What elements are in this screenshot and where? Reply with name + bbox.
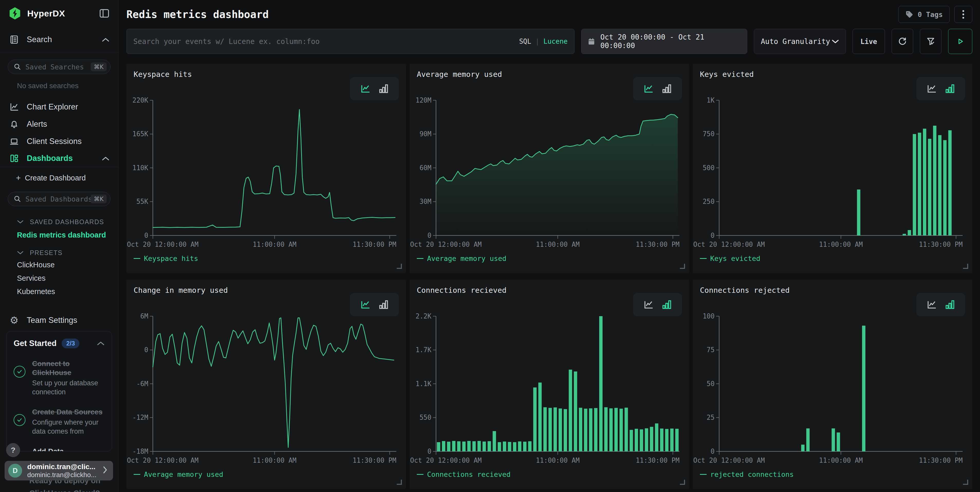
bar-chart-toggle-icon[interactable] bbox=[378, 299, 389, 310]
saved-dashboards-input[interactable] bbox=[25, 195, 91, 203]
chart-panel-keyspace-hits: Keyspace hits 220K165K110K55K0Oct 20 12:… bbox=[126, 64, 406, 273]
play-icon bbox=[956, 38, 964, 45]
resize-handle-icon[interactable] bbox=[680, 264, 685, 269]
sql-mode-toggle[interactable]: SQL bbox=[519, 38, 531, 45]
bell-icon bbox=[9, 119, 19, 129]
sidebar-item-clickhouse[interactable]: ClickHouse bbox=[0, 258, 118, 271]
bar-chart-toggle-icon[interactable] bbox=[945, 299, 955, 310]
svg-text:11:30:00 PM: 11:30:00 PM bbox=[919, 457, 963, 464]
svg-text:1.1K: 1.1K bbox=[415, 380, 431, 388]
chevron-up-icon[interactable] bbox=[102, 35, 110, 44]
sidebar-item-search[interactable]: Search bbox=[0, 27, 118, 53]
saved-dashboards-section-header[interactable]: SAVED DASHBOARDS bbox=[17, 217, 118, 227]
saved-searches-input[interactable] bbox=[25, 63, 91, 71]
sidebar-item-client-sessions[interactable]: Client Sessions bbox=[0, 133, 118, 150]
chevron-up-icon[interactable] bbox=[97, 339, 105, 347]
chart-legend[interactable]: Keyspace hits bbox=[134, 255, 198, 263]
svg-text:11:00:00 AM: 11:00:00 AM bbox=[819, 457, 863, 464]
sidebar-item-services[interactable]: Services bbox=[0, 271, 118, 285]
sidebar-item-team-settings[interactable]: ⚙ Team Settings bbox=[0, 311, 118, 330]
chart-canvas[interactable]: 2.2K1.7K1.1K5500Oct 20 12:00:00 AM11:00:… bbox=[410, 310, 689, 470]
line-chart-toggle-icon[interactable] bbox=[926, 299, 938, 310]
chart-type-toggle bbox=[633, 77, 682, 100]
svg-text:11:00:00 AM: 11:00:00 AM bbox=[536, 240, 580, 248]
svg-text:30M: 30M bbox=[420, 197, 431, 205]
svg-text:11:00:00 AM: 11:00:00 AM bbox=[819, 240, 863, 248]
run-query-button[interactable] bbox=[948, 29, 972, 54]
refresh-button[interactable] bbox=[892, 29, 913, 54]
user-email: dominic.tran@clickho... bbox=[27, 471, 102, 479]
date-range-picker[interactable]: Oct 20 00:00:00 - Oct 21 00:00:00 bbox=[581, 29, 747, 54]
filter-button[interactable] bbox=[920, 29, 942, 54]
get-started-step-connect[interactable]: Connect to ClickHouse Set up your databa… bbox=[14, 359, 105, 396]
event-search-box[interactable]: SQL | Lucene bbox=[126, 29, 574, 54]
svg-text:Oct 20 12:00:00 AM: Oct 20 12:00:00 AM bbox=[127, 240, 199, 248]
svg-text:550: 550 bbox=[420, 414, 431, 421]
chart-title: Change in memory used bbox=[134, 286, 228, 295]
tags-label: 0 Tags bbox=[918, 11, 943, 19]
chart-legend[interactable]: Average memory used bbox=[417, 255, 506, 263]
chart-legend[interactable]: Connections recieved bbox=[417, 470, 511, 478]
chart-legend[interactable]: rejected connections bbox=[700, 470, 794, 478]
laptop-icon bbox=[9, 136, 19, 147]
dashboard-menu-button[interactable] bbox=[954, 6, 972, 23]
bar-chart-toggle-icon[interactable] bbox=[945, 84, 955, 94]
chart-panel-connections-received: Connections recieved 2.2K1.7K1.1K5500Oct… bbox=[410, 280, 689, 489]
line-chart-toggle-icon[interactable] bbox=[926, 84, 938, 94]
chart-canvas[interactable]: 220K165K110K55K0Oct 20 12:00:00 AM11:00:… bbox=[126, 95, 406, 254]
sidebar-item-redis-dashboard[interactable]: Redis metrics dashboard bbox=[0, 227, 118, 243]
resize-handle-icon[interactable] bbox=[397, 480, 402, 485]
no-saved-searches-note: No saved searches bbox=[17, 82, 118, 90]
line-chart-toggle-icon[interactable] bbox=[643, 84, 655, 94]
help-button[interactable]: ? bbox=[6, 443, 20, 457]
resize-handle-icon[interactable] bbox=[963, 264, 968, 269]
get-started-step-datasources[interactable]: Create Data Sources Configure where your… bbox=[14, 408, 105, 436]
chart-canvas[interactable]: 120M90M60M30M0Oct 20 12:00:00 AM11:00:00… bbox=[410, 95, 689, 254]
tags-button[interactable]: 0 Tags bbox=[898, 6, 950, 23]
sidebar-item-chart-explorer[interactable]: Chart Explorer bbox=[0, 98, 118, 115]
live-button[interactable]: Live bbox=[853, 29, 885, 54]
create-dashboard-button[interactable]: + Create Dashboard bbox=[0, 170, 118, 186]
sidebar-collapse-icon[interactable] bbox=[99, 8, 110, 19]
chevron-up-icon[interactable] bbox=[102, 154, 110, 163]
line-chart-toggle-icon[interactable] bbox=[643, 299, 655, 310]
line-chart-toggle-icon[interactable] bbox=[360, 299, 372, 310]
saved-dashboards-search[interactable]: ⌘K bbox=[8, 192, 110, 206]
svg-text:6M: 6M bbox=[140, 312, 148, 320]
chart-legend[interactable]: Average memory used bbox=[134, 470, 223, 478]
chart-legend[interactable]: Keys evicted bbox=[700, 255, 760, 263]
svg-text:Oct 20 12:00:00 AM: Oct 20 12:00:00 AM bbox=[693, 457, 765, 464]
resize-handle-icon[interactable] bbox=[680, 480, 685, 485]
saved-searches-search[interactable]: ⌘K bbox=[8, 60, 110, 74]
chart-title: Connections recieved bbox=[417, 286, 506, 295]
presets-section-header[interactable]: PRESETS bbox=[17, 247, 118, 258]
chart-canvas[interactable]: 1007550250Oct 20 12:00:00 AM11:00:00 AM1… bbox=[693, 310, 972, 470]
chart-canvas[interactable]: 1K7505002500Oct 20 12:00:00 AM11:00:00 A… bbox=[693, 95, 972, 254]
event-search-input[interactable] bbox=[134, 37, 519, 46]
avatar: D bbox=[8, 464, 22, 478]
svg-text:0: 0 bbox=[428, 232, 431, 239]
sidebar-item-alerts[interactable]: Alerts bbox=[0, 115, 118, 133]
gear-icon: ⚙ bbox=[9, 315, 19, 326]
chart-type-toggle bbox=[916, 77, 965, 100]
sidebar-item-dashboards[interactable]: Dashboards bbox=[0, 150, 118, 167]
bar-chart-toggle-icon[interactable] bbox=[378, 84, 389, 94]
svg-text:11:00:00 AM: 11:00:00 AM bbox=[253, 457, 296, 464]
get-started-step-add-data[interactable]: 3 Add Data Start sending logs, metrics, … bbox=[14, 447, 105, 451]
chevron-down-icon bbox=[832, 39, 839, 44]
plus-icon: + bbox=[16, 173, 21, 183]
resize-handle-icon[interactable] bbox=[397, 264, 402, 269]
user-profile-button[interactable]: D dominic.tran@clic... dominic.tran@clic… bbox=[5, 461, 113, 481]
resize-handle-icon[interactable] bbox=[963, 480, 968, 485]
calendar-icon bbox=[588, 37, 595, 46]
bar-chart-toggle-icon[interactable] bbox=[661, 299, 672, 310]
chart-canvas[interactable]: 6M0-6M-12M-18MOct 20 12:00:00 AM11:00:00… bbox=[126, 310, 406, 470]
lucene-mode-toggle[interactable]: Lucene bbox=[543, 38, 568, 45]
granularity-select[interactable]: Auto Granularity bbox=[754, 29, 846, 54]
bar-chart-toggle-icon[interactable] bbox=[661, 84, 672, 94]
sidebar-item-kubernetes[interactable]: Kubernetes bbox=[0, 285, 118, 298]
section-label: PRESETS bbox=[30, 249, 62, 256]
line-chart-toggle-icon[interactable] bbox=[360, 84, 372, 94]
sidebar-item-label: Chart Explorer bbox=[27, 102, 78, 111]
logo-row: HyperDX bbox=[0, 0, 118, 27]
